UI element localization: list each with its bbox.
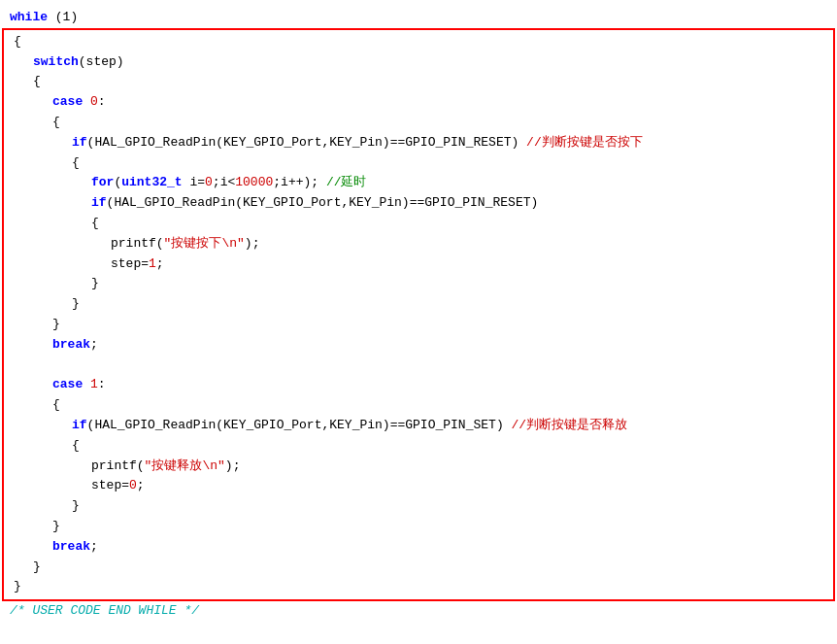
code-text: ; — [90, 335, 98, 356]
code-text: } — [14, 577, 21, 597]
code-line — [0, 622, 837, 642]
comment-text: //判断按键是否按下 — [526, 133, 643, 153]
code-text: { — [52, 113, 60, 133]
code-line: } — [4, 558, 833, 578]
code-line: case 0: — [4, 92, 833, 113]
code-text: (step) — [79, 52, 124, 73]
keyword-break: break — [52, 537, 90, 558]
code-text: (1) — [48, 8, 78, 28]
code-line: } — [4, 517, 833, 537]
code-line: printf("按键按下\n"); — [4, 234, 833, 254]
code-line: switch(step) — [4, 52, 833, 73]
code-line: { — [4, 32, 833, 52]
code-text: : — [98, 92, 106, 113]
string: "按键按下\n" — [164, 234, 245, 254]
code-text: ( — [114, 173, 121, 193]
keyword-break: break — [52, 335, 90, 356]
code-text: ); — [245, 234, 260, 254]
code-text: printf( — [111, 234, 164, 254]
num: 1 — [149, 254, 156, 275]
comment-text: //判断按键是否释放 — [511, 416, 627, 436]
code-line: printf("按键释放\n"); — [4, 457, 833, 477]
code-line: case 1: — [4, 375, 833, 395]
keyword-case: case — [52, 92, 83, 113]
code-text: ; — [156, 254, 164, 275]
code-text: } — [52, 517, 60, 537]
code-line: while (1) — [0, 8, 837, 28]
keyword-while: while — [10, 8, 48, 28]
keyword-uint: uint32_t — [121, 173, 182, 193]
code-text: (HAL_GPIO_ReadPin(KEY_GPIO_Port,KEY_Pin)… — [87, 416, 512, 436]
keyword-if: if — [72, 416, 87, 436]
code-line: break; — [4, 335, 833, 356]
code-line: } — [4, 315, 833, 335]
code-text: ;i< — [213, 173, 235, 193]
code-text: step= — [111, 254, 149, 275]
code-text: i= — [183, 173, 205, 193]
code-text: { — [91, 214, 99, 234]
code-text: { — [33, 72, 41, 92]
code-line: step=1; — [4, 254, 833, 275]
code-line: step=0; — [4, 476, 833, 496]
code-text: } — [72, 294, 80, 315]
num: 10000 — [235, 173, 273, 193]
code-text: { — [72, 153, 80, 174]
code-line: /* USER CODE END WHILE */ — [0, 601, 837, 622]
comment-usercode: /* USER CODE END WHILE */ — [10, 601, 199, 622]
code-text: printf( — [91, 457, 145, 477]
keyword-switch: switch — [33, 52, 79, 73]
code-text: ); — [225, 457, 241, 477]
code-text: } — [91, 274, 99, 294]
code-line: } — [4, 294, 833, 315]
num: 0 — [205, 173, 213, 193]
keyword-if: if — [72, 133, 87, 153]
code-line: } — [4, 274, 833, 294]
code-text — [83, 92, 90, 113]
code-line: } — [4, 577, 833, 597]
code-line: { — [4, 395, 833, 416]
case-num: 1 — [90, 375, 98, 395]
code-text: : — [98, 375, 106, 395]
case-num: 0 — [90, 92, 98, 113]
code-line: { — [4, 214, 833, 234]
code-line: break; — [4, 537, 833, 558]
code-text: { — [52, 395, 60, 416]
code-line: } — [4, 496, 833, 517]
code-text: { — [72, 436, 80, 457]
code-line — [4, 356, 833, 376]
code-line: if(HAL_GPIO_ReadPin(KEY_GPIO_Port,KEY_Pi… — [4, 133, 833, 153]
code-text: ;i++); — [273, 173, 326, 193]
code-text: ; — [137, 476, 145, 496]
code-text — [83, 375, 90, 395]
keyword-for: for — [91, 173, 114, 193]
code-text: } — [52, 315, 60, 335]
keyword-case: case — [52, 375, 83, 395]
code-text: step= — [91, 476, 129, 496]
code-text: (HAL_GPIO_ReadPin(KEY_GPIO_Port,KEY_Pin)… — [107, 193, 539, 214]
code-text: } — [72, 496, 80, 517]
code-line: if(HAL_GPIO_ReadPin(KEY_GPIO_Port,KEY_Pi… — [4, 416, 833, 436]
code-line: if(HAL_GPIO_ReadPin(KEY_GPIO_Port,KEY_Pi… — [4, 193, 833, 214]
highlighted-block: { switch(step) { case 0: { if(HAL_GPIO_R… — [2, 28, 835, 601]
code-text: { — [14, 32, 21, 52]
code-line: for(uint32_t i=0;i<10000;i++); //延时 — [4, 173, 833, 193]
string: "按键释放\n" — [145, 457, 225, 477]
code-text: ; — [90, 537, 98, 558]
code-container: while (1) { switch(step) { case 0: { — [0, 0, 837, 644]
code-line: { — [4, 153, 833, 174]
code-line: { — [4, 436, 833, 457]
keyword-if: if — [91, 193, 107, 214]
code-line: { — [4, 113, 833, 133]
comment-text: //延时 — [326, 173, 367, 193]
code-line: { — [4, 72, 833, 92]
num: 0 — [129, 476, 137, 496]
code-text: } — [33, 558, 41, 578]
code-text: (HAL_GPIO_ReadPin(KEY_GPIO_Port,KEY_Pin)… — [87, 133, 526, 153]
